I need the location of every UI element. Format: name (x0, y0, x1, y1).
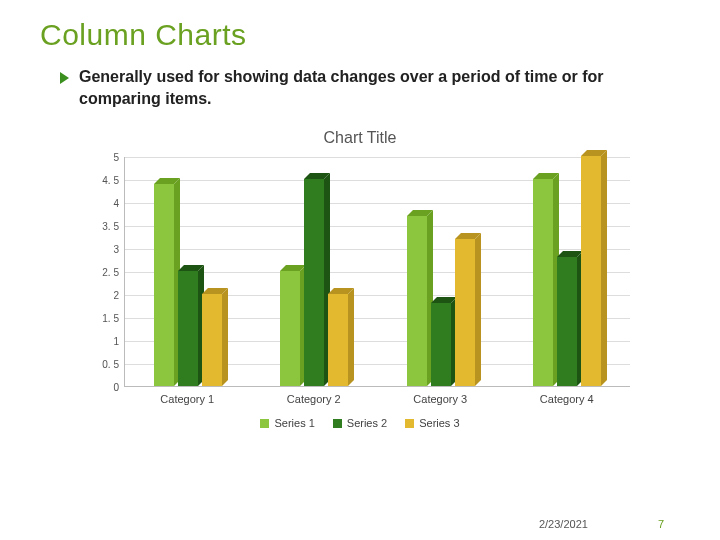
chart-y-tick: 3 (87, 244, 119, 255)
arrow-right-icon (60, 72, 69, 84)
chart-bar (154, 184, 174, 386)
chart-y-tick: 3. 5 (87, 221, 119, 232)
chart-bar (328, 294, 348, 386)
legend-label: Series 2 (347, 417, 387, 429)
chart-bar (280, 271, 300, 386)
chart-y-tick: 4 (87, 198, 119, 209)
legend-swatch-icon (405, 419, 414, 428)
column-chart: Chart Title 00. 511. 522. 533. 544. 55 C… (80, 129, 640, 429)
chart-y-tick: 2. 5 (87, 267, 119, 278)
footer-page-number: 7 (658, 518, 664, 530)
bullet-item: Generally used for showing data changes … (60, 66, 620, 109)
chart-y-tick: 4. 5 (87, 175, 119, 186)
legend-item: Series 1 (260, 417, 314, 429)
chart-bar (407, 216, 427, 386)
chart-x-tick: Category 2 (251, 393, 378, 405)
footer-date: 2/23/2021 (539, 518, 588, 530)
chart-bar (455, 239, 475, 386)
legend-label: Series 3 (419, 417, 459, 429)
chart-legend: Series 1Series 2Series 3 (80, 417, 640, 429)
legend-item: Series 2 (333, 417, 387, 429)
chart-y-tick: 1. 5 (87, 313, 119, 324)
legend-item: Series 3 (405, 417, 459, 429)
chart-bar (581, 156, 601, 386)
chart-bar (304, 179, 324, 386)
chart-y-tick: 0 (87, 382, 119, 393)
chart-category-group (378, 157, 504, 386)
chart-x-tick: Category 1 (124, 393, 251, 405)
chart-x-axis: Category 1Category 2Category 3Category 4 (124, 393, 630, 405)
chart-x-tick: Category 4 (504, 393, 631, 405)
chart-category-group (504, 157, 630, 386)
chart-bar (178, 271, 198, 386)
page-title: Column Charts (40, 18, 680, 52)
chart-bar (533, 179, 553, 386)
slide-footer: 2/23/2021 7 (0, 518, 720, 530)
chart-y-tick: 1 (87, 336, 119, 347)
chart-y-tick: 0. 5 (87, 359, 119, 370)
chart-plot-area: 00. 511. 522. 533. 544. 55 (124, 157, 630, 387)
bullet-text: Generally used for showing data changes … (79, 66, 620, 109)
chart-bar (557, 257, 577, 386)
legend-swatch-icon (260, 419, 269, 428)
chart-y-tick: 2 (87, 290, 119, 301)
chart-x-tick: Category 3 (377, 393, 504, 405)
chart-category-group (125, 157, 251, 386)
legend-label: Series 1 (274, 417, 314, 429)
legend-swatch-icon (333, 419, 342, 428)
chart-y-tick: 5 (87, 152, 119, 163)
chart-title: Chart Title (80, 129, 640, 147)
chart-category-group (251, 157, 377, 386)
chart-bar (431, 303, 451, 386)
chart-bar (202, 294, 222, 386)
